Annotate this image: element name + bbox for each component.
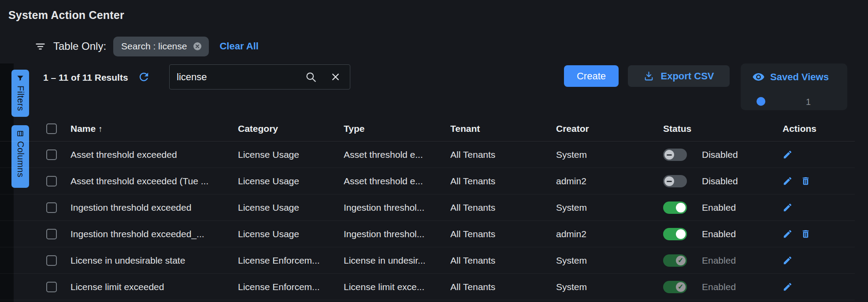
status-toggle[interactable]: [663, 228, 687, 240]
row-name: Ingestion threshold exceeded_...: [70, 229, 238, 239]
row-checkbox[interactable]: [46, 255, 57, 266]
search-clear-icon[interactable]: [330, 71, 341, 82]
table-row: Asset threshold exceeded License Usage A…: [0, 142, 855, 168]
row-creator: System: [556, 255, 663, 266]
row-checkbox[interactable]: [46, 202, 57, 213]
saved-views-panel[interactable]: Saved Views 1: [741, 63, 847, 110]
row-checkbox[interactable]: [46, 282, 57, 292]
status-toggle[interactable]: [663, 149, 687, 161]
status-label: Enabled: [702, 229, 736, 239]
row-type: Ingestion threshol...: [344, 229, 450, 239]
delete-icon[interactable]: [801, 229, 811, 239]
row-category: License Usage: [238, 202, 344, 213]
row-tenant: All Tenants: [450, 282, 556, 292]
table-row: License limit exceeded License Enforcem.…: [0, 274, 855, 300]
row-name: Ingestion threshold exceeded: [70, 202, 238, 213]
status-label: Disabled: [702, 176, 738, 186]
row-creator: System: [556, 202, 663, 213]
page-title: System Action Center: [8, 9, 124, 22]
status-toggle[interactable]: [663, 281, 687, 293]
column-header-category[interactable]: Category: [238, 123, 344, 134]
row-tenant: All Tenants: [450, 149, 556, 160]
row-checkbox[interactable]: [46, 176, 57, 186]
eye-icon: [752, 71, 765, 83]
search-icon[interactable]: [305, 71, 317, 83]
filter-lines-icon: [34, 41, 46, 52]
row-creator: System: [556, 149, 663, 160]
row-type: Asset threshold e...: [344, 149, 450, 160]
row-type: License in undesir...: [344, 255, 450, 266]
row-creator: System: [556, 282, 663, 292]
column-header-creator[interactable]: Creator: [556, 123, 663, 134]
filters-tab[interactable]: Filters: [11, 70, 29, 117]
edit-icon[interactable]: [783, 202, 793, 213]
status-label: Enabled: [702, 282, 736, 292]
row-name: License in undesirable state: [70, 255, 238, 266]
column-header-tenant[interactable]: Tenant: [450, 123, 556, 134]
search-box: [169, 64, 350, 89]
row-type: Asset threshold e...: [344, 176, 450, 186]
row-creator: admin2: [556, 229, 663, 239]
edit-icon[interactable]: [783, 282, 793, 292]
filter-bar: Table Only: Search : license Clear All: [34, 36, 259, 56]
row-category: License Usage: [238, 229, 344, 239]
row-name: Asset threshold exceeded: [70, 149, 238, 160]
row-checkbox[interactable]: [46, 229, 57, 239]
row-category: License Usage: [238, 149, 344, 160]
download-icon: [643, 71, 654, 82]
edit-icon[interactable]: [783, 255, 793, 265]
row-category: License Enforcem...: [238, 255, 344, 266]
saved-views-button[interactable]: Saved Views: [741, 63, 847, 83]
edit-icon[interactable]: [783, 176, 793, 186]
export-csv-label: Export CSV: [660, 71, 714, 82]
filter-scope-label: Table Only:: [53, 40, 106, 52]
row-tenant: All Tenants: [450, 229, 556, 239]
table-row: License in undesirable state License Enf…: [0, 247, 855, 274]
search-filter-chip[interactable]: Search : license: [113, 37, 209, 56]
row-tenant: All Tenants: [450, 255, 556, 266]
status-toggle[interactable]: [663, 254, 687, 267]
table-row: Ingestion threshold exceeded License Usa…: [0, 194, 855, 221]
row-type: Ingestion threshol...: [344, 202, 450, 213]
column-header-status[interactable]: Status: [663, 123, 783, 134]
row-name: License limit exceeded: [70, 282, 238, 292]
table-row: Ingestion threshold exceeded_... License…: [0, 221, 855, 247]
delete-icon[interactable]: [801, 176, 811, 186]
row-category: License Usage: [238, 176, 344, 186]
row-type: License limit exce...: [344, 282, 450, 292]
saved-views-indicator-dot: [757, 97, 765, 106]
export-csv-button[interactable]: Export CSV: [628, 65, 730, 87]
status-label: Enabled: [702, 255, 736, 266]
row-category: License Enforcem...: [238, 282, 344, 292]
clear-all-link[interactable]: Clear All: [219, 41, 258, 52]
table-body: Asset threshold exceeded License Usage A…: [0, 142, 855, 300]
row-tenant: All Tenants: [450, 202, 556, 213]
results-summary: 1 – 11 of 11 Results: [43, 72, 128, 83]
column-header-actions: Actions: [783, 123, 855, 134]
edit-icon[interactable]: [783, 229, 793, 239]
refresh-icon[interactable]: [137, 71, 151, 84]
column-header-type[interactable]: Type: [344, 123, 450, 134]
table-header: Name↑ Category Type Tenant Creator Statu…: [0, 116, 855, 142]
saved-views-count: 1: [806, 97, 811, 107]
row-name: Asset threshold exceeded (Tue ...: [70, 176, 238, 186]
status-toggle[interactable]: [663, 201, 687, 214]
create-button[interactable]: Create: [564, 65, 619, 87]
saved-views-label: Saved Views: [770, 71, 829, 83]
table-row: Asset threshold exceeded (Tue ... Licens…: [0, 168, 855, 194]
status-label: Enabled: [702, 202, 736, 213]
row-creator: admin2: [556, 176, 663, 186]
search-input[interactable]: [177, 71, 305, 83]
column-header-name-label: Name: [70, 123, 96, 134]
select-all-checkbox[interactable]: [46, 123, 57, 134]
status-label: Disabled: [702, 149, 738, 160]
chip-label: Search : license: [121, 41, 187, 52]
filters-tab-label: Filters: [15, 86, 26, 111]
row-checkbox[interactable]: [46, 149, 57, 160]
column-header-name[interactable]: Name↑: [70, 123, 238, 134]
edit-icon[interactable]: [783, 149, 793, 160]
sort-ascending-icon: ↑: [98, 124, 103, 134]
status-toggle[interactable]: [663, 175, 687, 187]
chip-remove-icon[interactable]: [192, 41, 203, 52]
row-tenant: All Tenants: [450, 176, 556, 186]
